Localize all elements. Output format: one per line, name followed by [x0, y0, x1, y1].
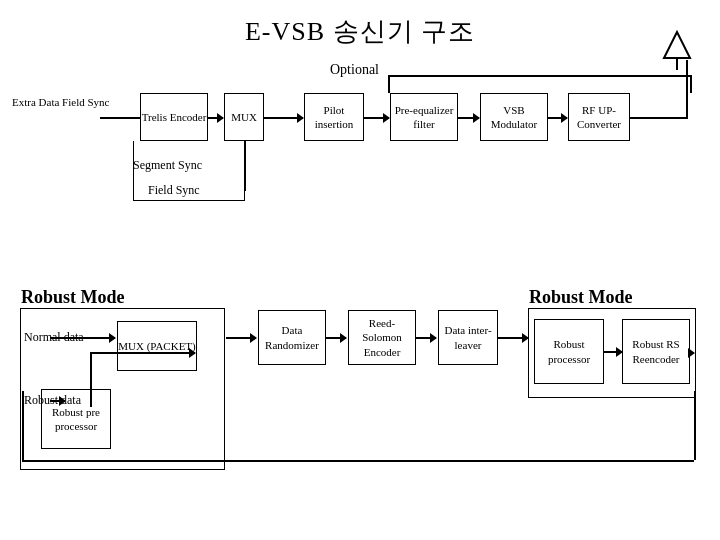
data-randomizer-block: Data Randomizer — [258, 310, 326, 365]
mux-block: MUX — [224, 93, 264, 141]
pilot-insertion-block: Pilot insertion — [304, 93, 364, 141]
robust-rs-reencoder-block: Robust RS Reencoder — [622, 319, 690, 384]
pre-equalizer-filter-block: Pre-equalizer filter — [390, 93, 458, 141]
svg-marker-0 — [664, 32, 690, 58]
reed-solomon-encoder-block: Reed- Solomon Encoder — [348, 310, 416, 365]
robust-mode-right-label: Robust Mode — [529, 287, 633, 308]
data-interleaver-block: Data inter- leaver — [438, 310, 498, 365]
robust-processor-block: Robust processor — [534, 319, 604, 384]
robust-mode-left-label: Robust Mode — [21, 287, 125, 308]
page: E-VSB 송신기 구조 Optional Extra Data Field S… — [0, 0, 720, 540]
extra-data-field-sync-label: Extra Data Field Sync — [12, 95, 109, 109]
page-title: E-VSB 송신기 구조 — [0, 0, 720, 49]
rf-up-converter-block: RF UP- Converter — [568, 93, 630, 141]
trelis-encoder-block: Trelis Encoder — [140, 93, 208, 141]
vsb-modulator-block: VSB Modulator — [480, 93, 548, 141]
mux-packet-block: MUX (PACKET) — [117, 321, 197, 371]
optional-label: Optional — [330, 62, 379, 78]
